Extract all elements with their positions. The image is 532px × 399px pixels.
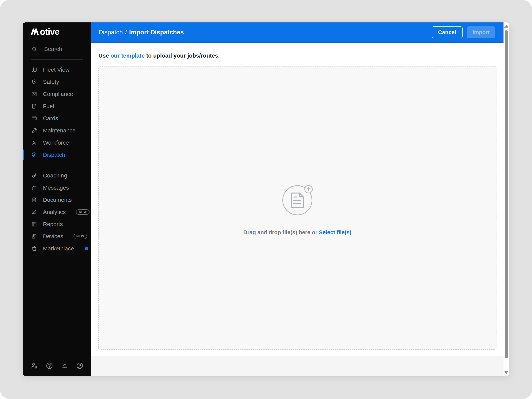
notification-dot xyxy=(85,247,88,250)
whistle-icon xyxy=(31,172,37,179)
sidebar-nav: Fleet ViewSafetyComplianceFuelCardsMaint… xyxy=(23,60,91,255)
sidebar-item-label: Reports xyxy=(43,221,63,227)
account-icon xyxy=(76,362,84,370)
person-icon xyxy=(31,140,37,146)
wrench-icon xyxy=(31,127,37,133)
dropzone-stack: Drag and drop file(s) here or Select fil… xyxy=(243,185,352,236)
account-button[interactable] xyxy=(76,362,84,370)
fuel-pump-icon xyxy=(31,103,37,109)
sidebar-item-label: Messages xyxy=(43,185,69,190)
bell-icon xyxy=(61,362,69,370)
template-link[interactable]: our template xyxy=(110,52,145,59)
sidebar-item-documents[interactable]: Documents xyxy=(23,194,91,206)
sidebar-item-label: Fleet View xyxy=(43,67,70,73)
app-window: otive Search Fleet ViewSafetyComplianceF… xyxy=(23,22,509,376)
sidebar-item-compliance[interactable]: Compliance xyxy=(23,88,91,100)
credit-card-icon xyxy=(31,115,37,121)
devices-icon xyxy=(31,233,37,239)
template-hint-prefix: Use xyxy=(98,52,110,59)
file-upload-icon xyxy=(282,185,313,216)
page-header: Dispatch / Import Dispatches Cancel Impo… xyxy=(91,22,504,43)
sidebar-item-cards[interactable]: Cards xyxy=(23,112,91,124)
search-input[interactable]: Search xyxy=(23,45,91,53)
sidebar-divider xyxy=(31,165,83,165)
footer-bar xyxy=(91,356,504,376)
scrollbar-thumb[interactable] xyxy=(505,30,508,358)
sidebar-item-analytics[interactable]: AnalyticsNEW xyxy=(23,206,91,218)
main-panel: Dispatch / Import Dispatches Cancel Impo… xyxy=(91,22,504,376)
template-hint-suffix: to upload your jobs/routes. xyxy=(145,52,220,59)
sidebar-item-label: Fuel xyxy=(43,103,54,109)
shield-icon xyxy=(31,79,37,85)
sidebar-item-safety[interactable]: Safety xyxy=(23,76,91,88)
sidebar-item-devices[interactable]: DevicesNEW xyxy=(23,230,91,242)
cancel-button[interactable]: Cancel xyxy=(432,26,463,38)
new-badge: NEW xyxy=(76,209,89,215)
sidebar-item-workforce[interactable]: Workforce xyxy=(23,137,91,149)
help-button[interactable] xyxy=(45,362,54,370)
select-files-link[interactable]: Select file(s) xyxy=(319,229,352,235)
sidebar-item-label: Marketplace xyxy=(43,246,74,251)
clipboard-route-icon xyxy=(31,91,37,97)
user-gear-icon xyxy=(30,362,38,370)
sidebar-item-maintenance[interactable]: Maintenance xyxy=(23,124,91,137)
shopping-bag-icon xyxy=(31,246,37,252)
template-hint: Use our template to upload your jobs/rou… xyxy=(98,52,496,59)
search-icon xyxy=(31,46,38,52)
sidebar-item-label: Compliance xyxy=(43,91,73,97)
sidebar-item-label: Dispatch xyxy=(43,152,65,158)
sidebar-item-label: Devices xyxy=(43,234,63,239)
sidebar-item-messages[interactable]: Messages xyxy=(23,182,91,194)
motive-logo: otive xyxy=(31,28,91,35)
scroll-up-arrow-icon[interactable] xyxy=(504,25,508,28)
sidebar-item-label: Documents xyxy=(43,197,72,203)
sidebar-item-label: Cards xyxy=(43,115,58,121)
chat-icon xyxy=(31,185,37,191)
scroll-down-arrow-icon[interactable] xyxy=(504,371,508,374)
sidebar-item-label: Analytics xyxy=(43,209,66,215)
sidebar-item-label: Workforce xyxy=(43,140,69,146)
sidebar-item-dispatch[interactable]: Dispatch xyxy=(23,149,91,161)
sidebar-item-label: Coaching xyxy=(43,173,67,178)
new-badge: NEW xyxy=(74,234,87,239)
sidebar-item-marketplace[interactable]: Marketplace xyxy=(23,242,91,255)
import-button[interactable]: Import xyxy=(467,26,495,38)
motive-logo-m xyxy=(31,28,39,35)
breadcrumb: Dispatch / Import Dispatches xyxy=(98,29,184,36)
sidebar-spacer xyxy=(23,255,91,362)
search-placeholder: Search xyxy=(44,46,62,52)
sidebar-item-label: Maintenance xyxy=(43,128,76,133)
sidebar-item-fleet-view[interactable]: Fleet View xyxy=(23,64,91,76)
motive-logo-text: otive xyxy=(40,28,59,35)
report-icon xyxy=(31,221,37,227)
sidebar-item-label: Safety xyxy=(43,79,59,85)
import-content: Use our template to upload your jobs/rou… xyxy=(91,43,504,376)
sidebar-item-reports[interactable]: Reports xyxy=(23,218,91,230)
breadcrumb-separator: / xyxy=(125,29,127,36)
page-title: Import Dispatches xyxy=(129,29,184,36)
help-icon xyxy=(45,362,53,370)
map-icon xyxy=(31,67,37,73)
notifications-button[interactable] xyxy=(60,362,69,370)
dropzone-drag-text: Drag and drop file(s) here or xyxy=(243,229,319,235)
header-actions: Cancel Import xyxy=(432,26,495,38)
analytics-icon xyxy=(31,209,37,215)
vertical-scrollbar[interactable] xyxy=(504,22,509,376)
document-icon xyxy=(31,197,37,203)
file-dropzone[interactable]: Drag and drop file(s) here or Select fil… xyxy=(98,66,496,350)
sidebar: otive Search Fleet ViewSafetyComplianceF… xyxy=(23,22,91,376)
admin-settings-button[interactable] xyxy=(30,362,38,370)
desktop-background: otive Search Fleet ViewSafetyComplianceF… xyxy=(0,0,532,399)
breadcrumb-dispatch[interactable]: Dispatch xyxy=(98,29,123,36)
dropzone-text: Drag and drop file(s) here or Select fil… xyxy=(243,229,352,236)
sidebar-footer xyxy=(23,362,91,370)
dispatch-pin-icon xyxy=(31,152,37,158)
sidebar-item-fuel[interactable]: Fuel xyxy=(23,100,91,112)
sidebar-item-coaching[interactable]: Coaching xyxy=(23,170,91,182)
